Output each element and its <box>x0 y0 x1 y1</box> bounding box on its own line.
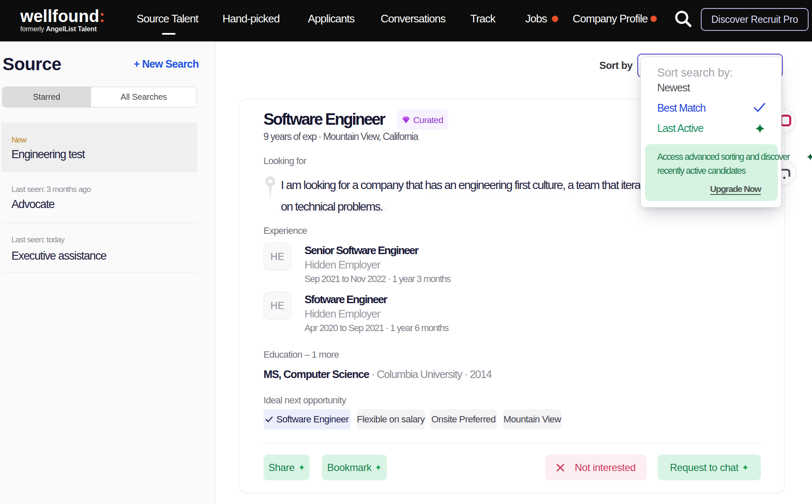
employer-logo-tile: HE <box>263 243 291 271</box>
search-button[interactable] <box>673 9 693 28</box>
candidate-meta: 9 years of exp · Mountain View, Californ… <box>263 132 418 142</box>
candidate-title: Software Engineer <box>263 111 384 127</box>
sort-option-newest[interactable]: Newest <box>657 82 690 93</box>
education-line: MS, Computer Science · Columbia Universi… <box>263 369 491 380</box>
ideal-next-opportunity-label: Ideal next opportunity <box>263 396 346 405</box>
experience-title: Sfotware Engineer <box>304 294 387 305</box>
search-item-title: Engineering test <box>11 149 85 160</box>
search-item-advocate[interactable] <box>0 172 197 223</box>
top-navbar: wellfound: formerly AngelList Talent Sou… <box>0 0 812 41</box>
wellfound-logo[interactable]: wellfound: formerly AngelList Talent <box>20 8 105 33</box>
searches-tabs: Starred All Searches <box>2 87 197 107</box>
experience-title: Senior Software Engineer <box>304 245 418 256</box>
nav-item-5[interactable]: Jobs <box>525 13 547 24</box>
education-label: Education – 1 more <box>263 350 339 359</box>
jobs-notification-dot <box>552 16 558 22</box>
experience-company: Hidden Employer <box>304 308 380 319</box>
pin-icon <box>266 176 275 200</box>
pro-sparkle-icon <box>755 123 765 134</box>
chip-onsite-preferred: Onsite Preferred <box>430 409 497 430</box>
check-icon <box>266 416 273 422</box>
tab-all-searches[interactable]: All Searches <box>91 87 197 107</box>
quote-line-1: I am looking for a company that has an e… <box>281 179 654 191</box>
sort-popover: Sort search by: Newest Best Match Last A… <box>640 57 782 208</box>
experience-company: Hidden Employer <box>304 259 380 270</box>
sort-option-last-active[interactable]: Last Active <box>657 123 703 134</box>
company-profile-notification-dot <box>650 16 657 22</box>
sparkle-icon <box>299 464 305 471</box>
pin-icon <box>266 176 275 200</box>
search-item-title: Executive assistance <box>11 250 106 262</box>
education-degree: MS, Computer Science <box>263 368 369 380</box>
x-icon <box>556 463 565 472</box>
gem-icon <box>402 116 410 123</box>
discover-recruit-pro-button[interactable]: Discover Recruit Pro <box>701 8 809 31</box>
faded-text-ghost <box>432 195 573 198</box>
search-status-last-seen: Last seen: 3 months ago <box>11 185 91 193</box>
education-school-year: · Columbia University · 2014 <box>369 368 491 380</box>
card-divider <box>263 443 761 443</box>
experience-dates: Sep 2021 to Nov 2022 · 1 year 3 months <box>304 274 450 284</box>
sidebar-title: Source <box>3 55 61 73</box>
not-interested-button[interactable]: Not interested <box>545 455 647 480</box>
pro-sparkle-icon <box>807 153 812 161</box>
upgrade-now-link[interactable]: Upgrade Now <box>710 184 761 193</box>
logo-tagline: formerly AngelList Talent <box>20 26 105 33</box>
nav-active-underline <box>162 33 176 35</box>
nav-item-3[interactable]: Conversations <box>381 13 445 24</box>
request-to-chat-button[interactable]: Request to chat <box>658 455 761 480</box>
sort-option-best-match[interactable]: Best Match <box>657 103 705 113</box>
chip-software-engineer: Software Engineer <box>263 409 351 430</box>
source-sidebar: Source + New Search Starred All Searches… <box>0 41 216 504</box>
chip-flexible-on-salary: Flexible on salary <box>357 409 425 430</box>
curated-badge: Curated <box>397 110 448 130</box>
nav-item-2[interactable]: Applicants <box>308 13 354 24</box>
bookmark-button[interactable]: Bookmark <box>322 455 387 480</box>
search-status-badge: New <box>11 136 26 144</box>
logo-colon: : <box>99 7 105 25</box>
sidebar-divider <box>3 272 197 273</box>
tab-starred[interactable]: Starred <box>3 87 91 107</box>
sparkle-icon <box>742 464 749 471</box>
search-item-executive-assistance[interactable] <box>0 223 197 272</box>
sparkle-icon <box>807 153 812 161</box>
search-status-last-seen: Last seen: today <box>11 236 64 244</box>
sort-menu-title: Sort search by: <box>657 67 733 79</box>
check-icon <box>753 102 766 112</box>
experience-dates: Apr 2020 to Sep 2021 · 1 year 6 months <box>304 323 448 333</box>
nav-item-6[interactable]: Company Profile <box>573 13 647 24</box>
upgrade-promo-box: Access advanced sorting and discover rec… <box>645 144 778 201</box>
selected-check-icon <box>753 102 766 112</box>
new-search-link[interactable]: + New Search <box>134 59 199 69</box>
promo-text-line2: recently active candidates <box>657 167 745 176</box>
logo-text: wellfound: <box>20 8 105 25</box>
sparkle-icon <box>755 123 765 134</box>
share-button[interactable]: Share <box>263 455 310 480</box>
employer-logo-tile: HE <box>263 292 291 320</box>
search-icon <box>673 9 693 28</box>
search-item-title: Advocate <box>11 199 54 210</box>
search-item-engineering-test[interactable] <box>0 123 197 172</box>
experience-label: Experience <box>263 226 307 236</box>
looking-for-label: Looking for <box>263 156 306 166</box>
nav-item-4[interactable]: Track <box>470 13 495 24</box>
chip-mountain-view: Mountain View <box>503 409 562 430</box>
promo-text-line1: Access advanced sorting and discover <box>657 153 790 162</box>
faded-text-ghost <box>281 207 387 212</box>
sort-by-label: Sort by <box>599 60 632 71</box>
nav-item-1[interactable]: Hand-picked <box>222 13 280 24</box>
sparkle-icon <box>375 464 381 471</box>
nav-item-0[interactable]: Source Talent <box>137 13 198 24</box>
curated-badge-label: Curated <box>413 115 443 124</box>
